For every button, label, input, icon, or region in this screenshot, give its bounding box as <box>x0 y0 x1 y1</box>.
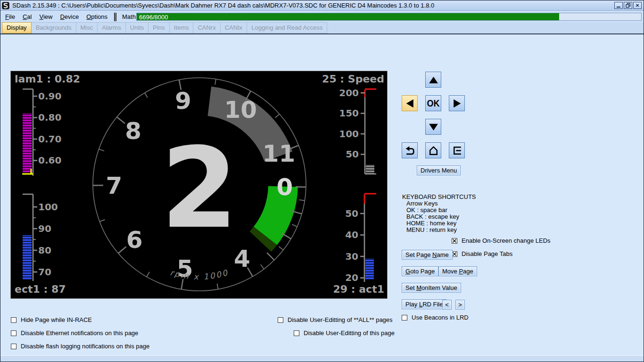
tab-misc[interactable]: Misc <box>76 22 98 33</box>
tabbar: Display Backgrounds Misc Alarms Units Pi… <box>0 22 644 33</box>
tab-logging-read-access[interactable]: Logging and Read Access <box>247 22 327 33</box>
checkbox-box[interactable] <box>278 317 283 323</box>
dash-display-preview[interactable]: 45678910110rpm x 100020.900.800.700.60la… <box>11 71 387 298</box>
lrd-prev-button[interactable]: < <box>442 300 452 310</box>
checkbox-disable-flash-logging-notifications[interactable]: Disasble flash logging notifications on … <box>11 343 149 350</box>
nav-ok-button[interactable]: OK <box>425 95 441 111</box>
menu-label-part: evice <box>65 13 79 20</box>
minimize-icon <box>617 7 620 8</box>
menu-device[interactable]: Device <box>57 12 82 21</box>
svg-text:0.70: 0.70 <box>38 133 61 145</box>
sdash-window: SDash 2.15.349 : C:\Users\Public\Documen… <box>0 0 644 362</box>
checkbox-box[interactable] <box>11 317 17 323</box>
checkbox-box[interactable] <box>294 330 299 336</box>
checkbox-disable-user-editing-all-pages[interactable]: Disable User-Editting of **ALL** pages <box>278 316 393 323</box>
tab-backgrounds[interactable]: Backgrounds <box>31 22 76 33</box>
checkbox-label: Disasble Ethernet notifications on this … <box>21 329 138 337</box>
checkbox-box[interactable] <box>402 315 407 321</box>
checkbox-label: Disable User-Editting of **ALL** pages <box>288 316 393 323</box>
tab-canrx[interactable]: CANrx <box>193 22 220 33</box>
svg-text:80: 80 <box>38 245 51 256</box>
svg-text:lam1 : 0.82: lam1 : 0.82 <box>15 73 80 85</box>
progress-text: 6696/8000 <box>139 14 168 21</box>
svg-text:0.80: 0.80 <box>38 112 61 123</box>
nav-up-button[interactable] <box>425 72 441 88</box>
shortcut-line: BACK : escape key <box>406 214 476 220</box>
dash-svg: 45678910110rpm x 100020.900.800.700.60la… <box>11 71 387 298</box>
tab-divider <box>0 33 644 34</box>
checkbox-box[interactable] <box>11 330 17 336</box>
checkbox-use-beacons-lrd[interactable]: Use Beacons in LRD <box>402 314 469 321</box>
menu-label-part: D <box>60 13 64 20</box>
tab-alarms[interactable]: Alarms <box>97 22 125 33</box>
svg-text:150: 150 <box>339 107 359 119</box>
svg-text:6: 6 <box>126 226 143 254</box>
checkbox-box[interactable] <box>11 344 17 349</box>
svg-text:0.60: 0.60 <box>38 155 61 166</box>
checkbox-hide-page-in-race[interactable]: Hide Page while IN-RACE <box>11 316 92 323</box>
menu-separator <box>114 13 116 21</box>
nav-down-button[interactable] <box>425 119 441 135</box>
move-page-button[interactable]: Move Page <box>438 266 477 276</box>
svg-text:ect1 : 87: ect1 : 87 <box>15 283 66 295</box>
restore-button[interactable] <box>624 2 632 9</box>
tab-display[interactable]: Display <box>2 22 32 33</box>
checkbox-label: Disable User-Editting of this page <box>304 329 395 337</box>
checkbox-label: Disable Page Tabs <box>462 250 512 257</box>
menubar: File Cal View Device Options Math Ops 66… <box>0 11 644 22</box>
button-label-part: RD File <box>422 301 443 308</box>
menu-label-part: V <box>39 13 43 20</box>
checkbox-box[interactable] <box>452 238 457 244</box>
tab-units[interactable]: Units <box>125 22 149 33</box>
checkbox-box[interactable] <box>452 251 457 257</box>
tab-pins[interactable]: Pins <box>148 22 169 33</box>
button-label-part: G <box>405 268 410 275</box>
window-title: SDash 2.15.349 : C:\Users\Public\Documen… <box>12 2 614 9</box>
menu-file[interactable]: File <box>2 12 18 21</box>
checkbox-disable-user-editing-this-page[interactable]: Disable User-Editting of this page <box>294 329 395 337</box>
nav-right-button[interactable] <box>449 95 465 111</box>
gauge-act1: 5040302029 : act1 <box>333 194 384 295</box>
close-button[interactable]: ✕ <box>633 2 642 9</box>
checkbox-label: Disasble flash logging notifications on … <box>21 343 149 350</box>
button-label-part: N <box>432 251 437 258</box>
svg-text:50: 50 <box>345 208 358 219</box>
keyboard-shortcuts: KEYBOARD SHORTCUTS Arrow Keys OK : space… <box>402 194 476 233</box>
shortcut-line: Arrow Keys <box>406 200 476 207</box>
set-page-name-button[interactable]: Set Page Name <box>402 250 453 260</box>
menu-options[interactable]: Options <box>83 12 110 21</box>
minimize-button[interactable] <box>614 2 623 9</box>
nav-home-button[interactable] <box>425 142 441 158</box>
set-monitem-value-button[interactable]: Set MonItem Value <box>402 283 461 293</box>
button-label: Drivers Menu <box>421 167 457 174</box>
drivers-menu-button[interactable]: Drivers Menu <box>417 165 461 175</box>
shortcuts-title: KEYBOARD SHORTCUTS <box>402 194 476 200</box>
button-label-part: Set <box>405 284 416 291</box>
nav-menu-button[interactable] <box>449 142 465 158</box>
gauge-ect1: 100908070ect1 : 87 <box>15 194 66 295</box>
nav-back-button[interactable] <box>402 142 418 158</box>
titlebar[interactable]: SDash 2.15.349 : C:\Users\Public\Documen… <box>0 0 644 11</box>
button-label-part: oto Page <box>410 268 435 275</box>
menu-label-part: O <box>86 13 91 20</box>
play-lrd-file-button[interactable]: Play LRD File <box>402 299 446 309</box>
svg-text:9: 9 <box>175 87 191 115</box>
checkbox-label: Hide Page while IN-RACE <box>21 316 92 323</box>
button-label-part: age <box>463 268 473 275</box>
nav-left-button[interactable] <box>402 95 418 111</box>
lrd-next-button[interactable]: > <box>455 300 465 310</box>
menu-label-part: iew <box>43 13 53 20</box>
tab-cantx[interactable]: CANtx <box>220 22 248 33</box>
x-mark-icon <box>452 252 457 256</box>
button-label-part: Move <box>442 268 459 275</box>
gauge-speed: 2001501005025 : Speed <box>322 73 384 174</box>
menu-cal[interactable]: Cal <box>20 12 35 21</box>
goto-page-button[interactable]: Goto Page <box>402 266 438 276</box>
checkbox-disable-ethernet-notifications[interactable]: Disasble Ethernet notifications on this … <box>11 329 138 337</box>
checkbox-enable-onscreen-leds[interactable]: Enable On-Screen change LEDs <box>452 237 551 244</box>
menu-view[interactable]: View <box>36 12 55 21</box>
button-label-part: Play <box>405 301 419 308</box>
math-ops-progressbar: 6696/8000 <box>136 13 642 21</box>
checkbox-disable-page-tabs[interactable]: Disable Page Tabs <box>452 250 512 257</box>
tab-items[interactable]: Items <box>169 22 194 33</box>
